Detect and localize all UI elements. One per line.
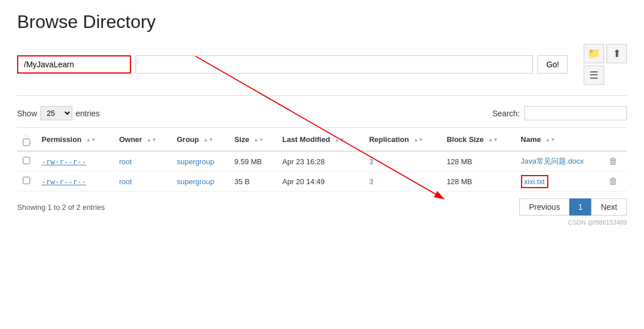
- controls-bar: Show 25 50 100 entries Search:: [17, 106, 627, 120]
- sort-icon-replication[interactable]: ▲▼: [413, 137, 424, 143]
- row-last-modified: Apr 20 14:49: [277, 172, 363, 192]
- table-row: -rw-r--r-- root supergroup 35 B Apr 20 1…: [17, 172, 627, 192]
- row-delete: 🗑: [603, 172, 627, 192]
- icon-buttons: 📁 ⬆ ☰: [584, 44, 627, 85]
- th-last-modified: Last Modified ▲▼: [277, 128, 363, 152]
- file-name-link[interactable]: xixi.txt: [521, 175, 548, 188]
- path-spacer: [136, 55, 533, 74]
- next-button[interactable]: Next: [591, 198, 627, 216]
- upload-icon: ⬆: [613, 47, 621, 60]
- row-block-size: 128 MB: [441, 172, 515, 192]
- owner-link[interactable]: root: [119, 177, 132, 186]
- replication-link[interactable]: 3: [369, 177, 373, 186]
- th-replication: Replication ▲▼: [363, 128, 441, 152]
- th-block-size: Block Size ▲▼: [441, 128, 515, 152]
- footer: Showing 1 to 2 of 2 entries Previous 1 N…: [17, 198, 627, 216]
- row-checkbox[interactable]: [23, 177, 30, 184]
- list-icon: ☰: [589, 69, 598, 82]
- row-owner: root: [113, 151, 171, 172]
- pagination: Previous 1 Next: [519, 198, 627, 216]
- sort-icon-group[interactable]: ▲▼: [203, 137, 214, 143]
- group-link[interactable]: supergroup: [177, 177, 214, 186]
- select-all-checkbox[interactable]: [23, 139, 30, 146]
- replication-link[interactable]: 3: [369, 157, 373, 166]
- watermark: CSDN @f986153489: [17, 219, 627, 226]
- top-bar: Go! 📁 ⬆ ☰: [17, 44, 627, 96]
- row-owner: root: [113, 172, 171, 192]
- row-replication: 3: [363, 151, 441, 172]
- row-replication: 3: [363, 172, 441, 192]
- row-size: 35 B: [229, 172, 277, 192]
- permission-link[interactable]: -rw-r--r--: [42, 177, 86, 186]
- th-name: Name ▲▼: [515, 128, 603, 152]
- search-section: Search:: [493, 106, 627, 120]
- upload-button[interactable]: ⬆: [606, 44, 627, 63]
- list-button[interactable]: ☰: [584, 66, 604, 85]
- row-name: xixi.txt: [515, 172, 603, 192]
- th-owner: Owner ▲▼: [113, 128, 171, 152]
- sort-icon-size[interactable]: ▲▼: [253, 137, 264, 143]
- sort-icon-owner[interactable]: ▲▼: [146, 137, 157, 143]
- folder-button[interactable]: 📁: [584, 44, 604, 63]
- owner-link[interactable]: root: [119, 157, 132, 166]
- delete-icon[interactable]: 🗑: [609, 176, 618, 186]
- path-input[interactable]: [17, 55, 131, 74]
- row-checkbox-cell: [17, 151, 36, 172]
- permission-link[interactable]: -rw-r--r--: [42, 157, 86, 166]
- file-table: ↑↓ Permission ▲▼ Owner ▲▼ Group ▲▼: [17, 127, 627, 192]
- file-name-link[interactable]: Java常见问题.docx: [521, 157, 584, 165]
- row-permission: -rw-r--r--: [36, 151, 113, 172]
- table-row: -rw-r--r-- root supergroup 9.59 MB Apr 2…: [17, 151, 627, 172]
- row-group: supergroup: [171, 172, 228, 192]
- th-size: Size ▲▼: [229, 128, 277, 152]
- search-input[interactable]: [524, 106, 627, 120]
- showing-text: Showing 1 to 2 of 2 entries: [17, 203, 105, 212]
- select-all-header: ↑↓: [17, 128, 36, 152]
- entries-select[interactable]: 25 50 100: [40, 106, 72, 120]
- th-actions: [603, 128, 627, 152]
- sort-icon-last-modified[interactable]: ▲▼: [334, 137, 344, 143]
- go-button[interactable]: Go!: [538, 55, 568, 74]
- row-checkbox[interactable]: [23, 157, 30, 164]
- row-permission: -rw-r--r--: [36, 172, 113, 192]
- row-delete: 🗑: [603, 151, 627, 172]
- sort-icon-name[interactable]: ▲▼: [545, 137, 556, 143]
- row-group: supergroup: [171, 151, 228, 172]
- delete-icon[interactable]: 🗑: [609, 156, 618, 166]
- sort-icon-block-size[interactable]: ▲▼: [488, 137, 498, 143]
- row-checkbox-cell: [17, 172, 36, 192]
- show-section: Show 25 50 100 entries: [17, 106, 100, 120]
- row-block-size: 128 MB: [441, 151, 515, 172]
- group-link[interactable]: supergroup: [177, 157, 214, 166]
- th-permission: Permission ▲▼: [36, 128, 113, 152]
- previous-button[interactable]: Previous: [519, 198, 569, 216]
- search-label: Search:: [493, 109, 520, 118]
- folder-icon: 📁: [588, 47, 600, 60]
- sort-icon-permission[interactable]: ▲▼: [86, 137, 96, 143]
- row-name: Java常见问题.docx: [515, 151, 603, 172]
- show-label: Show: [17, 109, 37, 118]
- page-title: Browse Directory: [17, 11, 627, 33]
- th-group: Group ▲▼: [171, 128, 228, 152]
- row-last-modified: Apr 23 16:28: [277, 151, 363, 172]
- page-number[interactable]: 1: [569, 198, 591, 216]
- entries-suffix: entries: [76, 109, 100, 118]
- row-size: 9.59 MB: [229, 151, 277, 172]
